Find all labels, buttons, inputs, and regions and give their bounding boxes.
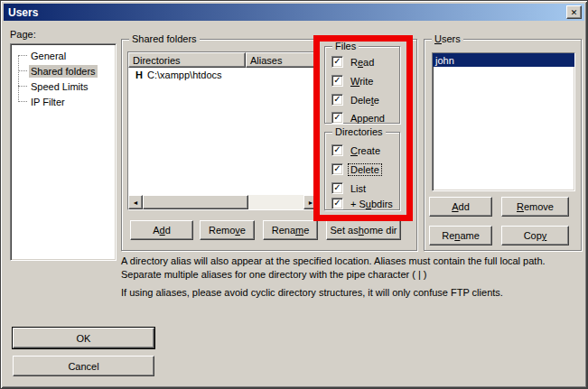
cyclic-note: If using aliases, please avoid cyclic di…: [121, 286, 549, 300]
user-item-john[interactable]: john: [433, 53, 574, 67]
delete-files-checkbox[interactable]: ✓: [331, 94, 343, 106]
files-group-label: Files: [332, 41, 359, 52]
scroll-right-icon: ►: [308, 199, 314, 206]
home-dir-marker: H: [135, 69, 147, 80]
scroll-left-icon: ◄: [133, 199, 139, 206]
add-user-button[interactable]: Add: [429, 197, 492, 217]
notes-area: A directory alias will also appear at th…: [121, 255, 549, 304]
create-checkbox[interactable]: ✓: [331, 144, 343, 156]
checkmark-icon: ✓: [333, 145, 341, 154]
users-group: Users john Add Remove Rename Copy: [424, 39, 582, 251]
page-label: Page:: [10, 29, 36, 40]
write-checkbox-label: Write: [349, 76, 375, 87]
cancel-button[interactable]: Cancel: [13, 356, 154, 376]
read-checkbox[interactable]: ✓: [331, 56, 343, 68]
tree-item-ip-filter[interactable]: IP Filter: [11, 94, 116, 109]
list-checkbox-label: List: [349, 183, 368, 194]
scroll-left-button[interactable]: ◄: [128, 195, 143, 209]
listview-header: Directories Aliases: [128, 52, 318, 68]
list-checkbox[interactable]: ✓: [331, 182, 343, 194]
directory-path: C:\xampp\htdocs: [147, 69, 222, 80]
delete-files-checkbox-label: Delete: [349, 95, 381, 106]
create-checkbox-label: Create: [349, 145, 382, 156]
tree-item-label: General: [29, 50, 68, 62]
directories-listview[interactable]: Directories Aliases H C:\xampp\htdocs ◄ …: [127, 51, 319, 210]
alias-note: A directory alias will also appear at th…: [121, 255, 549, 282]
scroll-right-button[interactable]: ►: [303, 195, 318, 209]
tree-item-label: Speed Limits: [29, 80, 90, 93]
tree-item-label: Shared folders: [29, 65, 98, 78]
write-checkbox[interactable]: ✓: [331, 75, 343, 87]
tree-item-general[interactable]: General: [11, 48, 116, 63]
shared-folders-group-label: Shared folders: [129, 33, 200, 45]
rename-directory-button[interactable]: Rename: [263, 220, 318, 240]
tree-item-label: IP Filter: [29, 96, 67, 108]
checkmark-icon: ✓: [333, 164, 341, 173]
close-button[interactable]: ✕: [566, 5, 582, 19]
users-dialog: Users ✕ Page: General Shared folders Spe…: [0, 0, 588, 389]
scrollbar-track[interactable]: [248, 195, 303, 209]
read-checkbox-label: Read: [349, 57, 376, 68]
delete-dirs-checkbox[interactable]: ✓: [331, 163, 343, 175]
checkmark-icon: ✓: [333, 95, 341, 104]
users-list[interactable]: john: [432, 52, 575, 191]
user-name: john: [435, 55, 454, 66]
directory-row[interactable]: H C:\xampp\htdocs: [128, 68, 318, 82]
append-checkbox[interactable]: ✓: [331, 112, 343, 124]
close-icon: ✕: [571, 8, 578, 17]
rename-user-button[interactable]: Rename: [429, 226, 492, 245]
checkmark-icon: ✓: [333, 76, 341, 85]
listview-rows: H C:\xampp\htdocs: [128, 68, 318, 195]
delete-dirs-checkbox-label: Delete: [349, 164, 381, 175]
checkmark-icon: ✓: [333, 199, 341, 208]
page-tree[interactable]: General Shared folders Speed Limits IP F…: [10, 43, 117, 261]
window-title: Users: [8, 6, 38, 19]
column-header-directories[interactable]: Directories: [128, 52, 246, 68]
tree-item-speed-limits[interactable]: Speed Limits: [11, 79, 116, 94]
title-bar[interactable]: Users ✕: [4, 4, 584, 21]
column-header-aliases[interactable]: Aliases: [246, 52, 318, 68]
directories-group-label: Directories: [332, 126, 386, 138]
set-as-home-dir-button[interactable]: Set as home dir: [326, 220, 401, 240]
copy-user-button[interactable]: Copy: [501, 226, 569, 245]
checkmark-icon: ✓: [333, 57, 341, 66]
remove-user-button[interactable]: Remove: [501, 197, 569, 217]
add-directory-button[interactable]: Add: [130, 220, 193, 240]
users-group-label: Users: [432, 33, 463, 45]
subdirs-checkbox-label: + Subdirs: [349, 199, 395, 209]
horizontal-scrollbar[interactable]: ◄ ►: [128, 195, 318, 209]
tree-item-shared-folders[interactable]: Shared folders: [11, 63, 116, 79]
checkmark-icon: ✓: [333, 183, 341, 192]
ok-button[interactable]: OK: [13, 328, 154, 348]
subdirs-checkbox[interactable]: ✓: [331, 198, 343, 209]
checkmark-icon: ✓: [333, 113, 341, 122]
scrollbar-thumb[interactable]: [143, 195, 248, 209]
append-checkbox-label: Append: [349, 113, 387, 124]
remove-directory-button[interactable]: Remove: [200, 220, 255, 240]
